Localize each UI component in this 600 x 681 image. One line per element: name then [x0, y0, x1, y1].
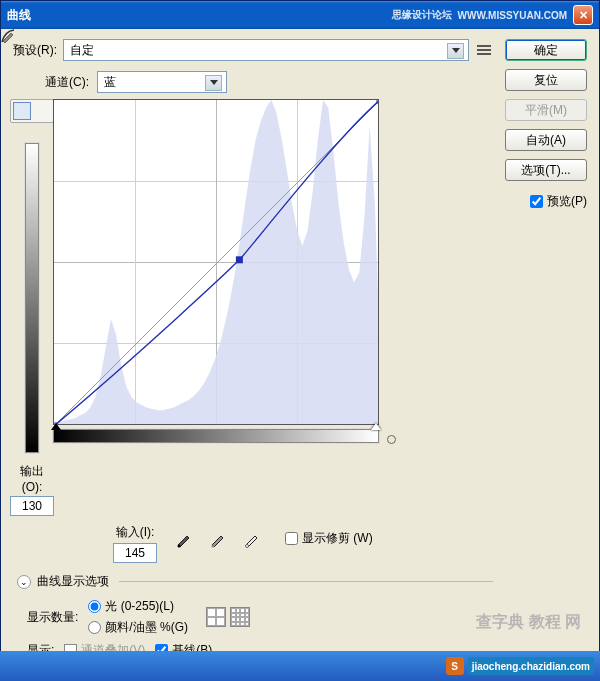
svg-rect-2	[236, 256, 243, 263]
svg-point-6	[212, 545, 215, 548]
window-title: 曲线	[7, 7, 392, 24]
show-clipping-label: 显示修剪 (W)	[302, 530, 373, 547]
black-point-slider[interactable]	[51, 423, 61, 430]
input-gradient[interactable]	[53, 429, 379, 443]
show-clipping-row[interactable]: 显示修剪 (W)	[285, 530, 373, 547]
preview-checkbox[interactable]	[530, 195, 543, 208]
black-eyedropper-icon[interactable]	[175, 530, 199, 552]
ok-button[interactable]: 确定	[505, 39, 587, 61]
tray-watermark-url: jiaocheng.chazidian.com	[468, 657, 594, 675]
light-radio[interactable]	[88, 600, 101, 613]
title-bar[interactable]: 曲线 思缘设计论坛 WWW.MISSYUAN.COM ✕	[1, 1, 599, 29]
watermark-text-1: 思缘设计论坛	[392, 8, 452, 22]
curve-display-options-label: 曲线显示选项	[37, 573, 109, 590]
auto-button[interactable]: 自动(A)	[505, 129, 587, 151]
curves-dialog: 曲线 思缘设计论坛 WWW.MISSYUAN.COM ✕ 确定 复位 平滑(M)…	[0, 0, 600, 674]
preset-menu-icon[interactable]	[475, 41, 493, 59]
expand-icon[interactable]	[387, 435, 396, 444]
output-gradient	[25, 143, 39, 453]
smooth-button: 平滑(M)	[505, 99, 587, 121]
preset-label: 预设(R):	[13, 42, 57, 59]
eyedropper-group	[175, 530, 267, 552]
output-label: 输出(O):	[10, 463, 54, 494]
watermark-text-2: WWW.MISSYUAN.COM	[458, 10, 567, 21]
point-curve-tool[interactable]	[13, 102, 31, 120]
grid-detailed-icon[interactable]	[230, 607, 250, 627]
curve-tool-group	[10, 99, 54, 123]
svg-rect-4	[377, 100, 379, 103]
channel-label: 通道(C):	[45, 74, 89, 91]
grid-simple-icon[interactable]	[206, 607, 226, 627]
white-eyedropper-icon[interactable]	[243, 530, 267, 552]
pigment-radio-row[interactable]: 颜料/油墨 %(G)	[88, 619, 188, 636]
channel-select[interactable]: 蓝	[97, 71, 227, 93]
input-value-field[interactable]: 145	[113, 543, 157, 563]
white-point-slider[interactable]	[371, 423, 381, 430]
close-button[interactable]: ✕	[573, 5, 593, 25]
light-radio-row[interactable]: 光 (0-255)(L)	[88, 598, 188, 615]
preview-label: 预览(P)	[547, 193, 587, 210]
pigment-radio[interactable]	[88, 621, 101, 634]
gray-eyedropper-icon[interactable]	[209, 530, 233, 552]
svg-point-5	[178, 545, 181, 548]
output-value-field[interactable]: 130	[10, 496, 54, 516]
curve-line	[54, 100, 379, 425]
show-amount-label: 显示数量:	[27, 609, 78, 626]
preset-select[interactable]: 自定	[63, 39, 469, 61]
tray-icon-sogou[interactable]: S	[446, 657, 464, 675]
input-label: 输入(I):	[113, 524, 157, 541]
svg-line-1	[54, 100, 379, 425]
options-toggle-icon[interactable]: ⌄	[17, 575, 31, 589]
reset-button[interactable]: 复位	[505, 69, 587, 91]
curve-canvas[interactable]	[53, 99, 379, 425]
svg-point-7	[246, 545, 249, 548]
options-button[interactable]: 选项(T)...	[505, 159, 587, 181]
preview-checkbox-row[interactable]: 预览(P)	[505, 193, 587, 210]
taskbar: S jiaocheng.chazidian.com	[0, 651, 600, 681]
pencil-curve-tool[interactable]	[33, 102, 51, 120]
show-clipping-checkbox[interactable]	[285, 532, 298, 545]
right-button-column: 确定 复位 平滑(M) 自动(A) 选项(T)... 预览(P)	[505, 39, 587, 210]
